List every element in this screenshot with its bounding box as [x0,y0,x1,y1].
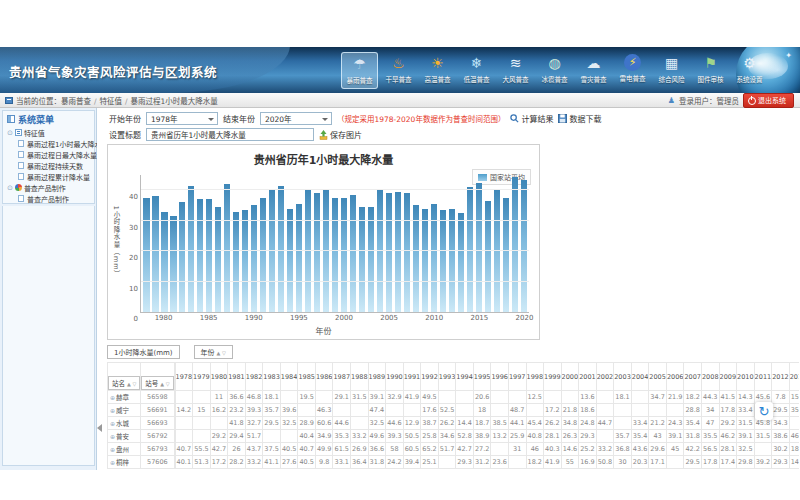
bar-2006[interactable] [395,192,401,312]
year-column-header-1981[interactable]: 1981 [228,363,246,391]
expand-toggle-icon[interactable]: ⊙ [7,129,13,137]
save-image-button[interactable]: 保存图片 [319,129,362,140]
station-name-sort[interactable]: 站名▲ ▽ [108,376,140,390]
bar-1989[interactable] [242,210,248,312]
bar-1993[interactable] [278,186,284,312]
year-column-header-2005[interactable]: 2005 [649,363,667,391]
year-column-header-2013[interactable]: 2013 [789,363,799,391]
year-column-header-1989[interactable]: 1989 [368,363,386,391]
station-name-cell[interactable]: ⊕赫章 [108,391,141,404]
bar-1985[interactable] [206,199,212,312]
row-expand-icon[interactable]: ⊕ [110,420,115,427]
year-column-header-2011[interactable]: 2011 [754,363,772,391]
station-name-cell[interactable]: ⊕水城 [108,417,141,430]
station-id-sort[interactable]: 站号▲ ▽ [141,376,173,390]
bar-1987[interactable] [224,184,230,312]
year-column-header-1982[interactable]: 1982 [245,363,263,391]
year-column-header-2004[interactable]: 2004 [631,363,649,391]
bar-2001[interactable] [350,195,356,312]
year-column-header-1988[interactable]: 1988 [351,363,369,391]
year-column-header-2000[interactable]: 2000 [561,363,579,391]
bar-2003[interactable] [368,207,374,312]
year-column-header-1999[interactable]: 1999 [544,363,562,391]
year-column-header-2012[interactable]: 2012 [772,363,790,391]
year-column-header-2002[interactable]: 2002 [596,363,614,391]
sidebar-group-1[interactable]: ⊙普查产品制作 [3,182,94,193]
nav-item-0[interactable]: ☂暴雨普查 [341,52,378,89]
nav-item-6[interactable]: ☁雪灾普查 [575,52,612,89]
nav-item-2[interactable]: ☀高温普查 [419,52,456,89]
bar-1986[interactable] [215,207,221,312]
bar-2015[interactable] [476,183,482,312]
year-column-header-1986[interactable]: 1986 [315,363,333,391]
bar-1991[interactable] [260,198,266,312]
end-year-select[interactable]: 2020年 [260,112,332,125]
year-column-header-1990[interactable]: 1990 [386,363,404,391]
station-name-cell[interactable]: ⊕桐梓 [108,456,141,469]
bar-2018[interactable] [503,198,509,312]
bar-1978[interactable] [143,198,149,312]
year-column-header-2009[interactable]: 2009 [719,363,737,391]
year-column-header-1998[interactable]: 1998 [526,363,544,391]
year-column-header-1996[interactable]: 1996 [491,363,509,391]
row-expand-icon[interactable]: ⊕ [110,459,115,466]
bar-2008[interactable] [413,205,419,312]
row-expand-icon[interactable]: ⊕ [110,394,115,401]
sidebar-item-0-1[interactable]: 暴雨过程日最大降水量 [3,149,94,160]
bar-1981[interactable] [170,216,176,312]
year-column-header-1992[interactable]: 1992 [421,363,439,391]
year-column-header-1993[interactable]: 1993 [438,363,456,391]
station-name-cell[interactable]: ⊕威宁 [108,404,141,417]
bar-2011[interactable] [440,210,446,312]
bar-1994[interactable] [287,209,293,313]
bar-1997[interactable] [314,193,320,312]
bar-2012[interactable] [449,209,455,313]
calc-result-button[interactable]: 计算结果 [510,113,553,124]
year-column-header-1985[interactable]: 1985 [298,363,316,391]
station-name-cell[interactable]: ⊕盘州 [108,443,141,456]
nav-item-9[interactable]: ⚑图件审核 [692,52,729,89]
row-expand-icon[interactable]: ⊕ [110,446,115,453]
year-sort-control[interactable]: 年份▲ ▽ [194,345,233,359]
year-column-header-1983[interactable]: 1983 [263,363,281,391]
year-column-header-2006[interactable]: 2006 [666,363,684,391]
chart-title-input[interactable] [146,128,314,141]
bar-2013[interactable] [458,213,464,312]
year-column-header-1984[interactable]: 1984 [280,363,298,391]
bar-2000[interactable] [341,198,347,312]
bar-2016[interactable] [485,201,491,312]
bar-2002[interactable] [359,207,365,312]
year-column-header-1991[interactable]: 1991 [403,363,421,391]
nav-item-10[interactable]: ⚙系统设置 [731,52,768,89]
year-column-header-1987[interactable]: 1987 [333,363,351,391]
refresh-icon[interactable]: ↻ [755,402,773,420]
sidebar-item-0-2[interactable]: 暴雨过程持续天数 [3,160,94,171]
exit-system-button[interactable]: 退出系统 [743,93,794,108]
crumb-0[interactable]: 暴雨普查 [61,97,91,106]
year-column-header-1978[interactable]: 1978 [175,363,193,391]
expand-toggle-icon[interactable]: ⊙ [7,184,13,192]
nav-item-3[interactable]: ❄低温普查 [458,52,495,89]
year-column-header-1995[interactable]: 1995 [473,363,491,391]
station-name-cell[interactable]: ⊕普安 [108,430,141,443]
crumb-2[interactable]: 暴雨过程1小时最大降水量 [131,97,218,106]
bar-1979[interactable] [152,196,158,312]
scroll-left-arrow[interactable] [97,424,102,432]
year-column-header-1994[interactable]: 1994 [456,363,474,391]
bar-2019[interactable] [512,177,518,312]
sidebar-group-0[interactable]: ⊙特征值 [3,127,94,138]
data-download-button[interactable]: 数据下载 [558,113,601,124]
row-expand-icon[interactable]: ⊕ [110,433,115,440]
nav-item-5[interactable]: ◍冰雹普查 [536,52,573,89]
bar-1999[interactable] [332,198,338,312]
year-column-header-1997[interactable]: 1997 [508,363,526,391]
year-column-header-1979[interactable]: 1979 [193,363,211,391]
bar-1980[interactable] [161,212,167,312]
year-column-header-2010[interactable]: 2010 [737,363,755,391]
nav-item-8[interactable]: ▦综合风险 [653,52,690,89]
crumb-1[interactable]: 特征值 [100,97,123,106]
year-column-header-2001[interactable]: 2001 [579,363,597,391]
year-column-header-2007[interactable]: 2007 [684,363,702,391]
year-column-header-2003[interactable]: 2003 [614,363,632,391]
sidebar-item-1-0[interactable]: 普查产品制作 [3,193,94,204]
